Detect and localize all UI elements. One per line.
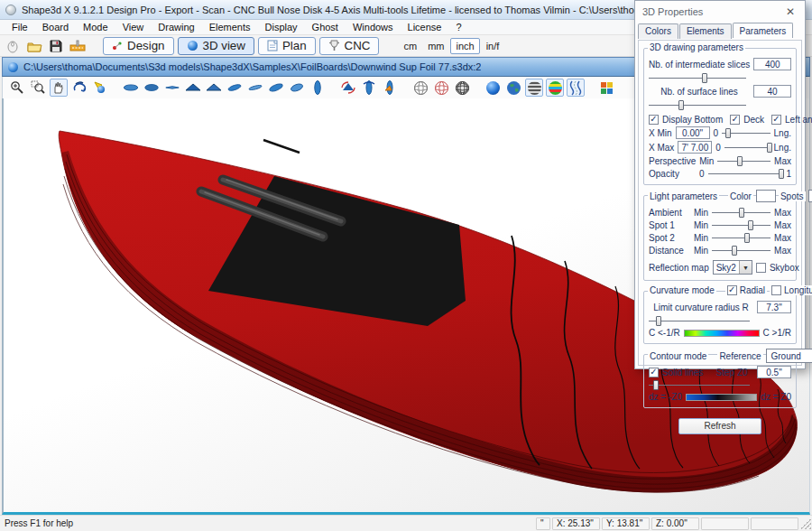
xmin-label: X Min <box>649 128 672 138</box>
menu-windows[interactable]: Windows <box>346 21 400 33</box>
solid-sphere-icon[interactable] <box>484 79 502 97</box>
tab-colors[interactable]: Colors <box>638 23 678 39</box>
perspective-slider[interactable] <box>717 155 770 166</box>
resize-grip[interactable] <box>800 518 811 529</box>
menu-drawing[interactable]: Drawing <box>152 21 200 33</box>
step-z0-slider[interactable] <box>649 379 750 390</box>
xmin-value[interactable]: 0.00" <box>676 126 710 139</box>
limit-radius-value[interactable]: 7.3" <box>757 301 791 313</box>
rotate-3d-icon[interactable] <box>70 79 88 97</box>
opacity-min-label: 0 <box>699 169 705 179</box>
rainbow-sphere-icon[interactable] <box>546 79 564 97</box>
spin-orange-icon[interactable] <box>381 79 399 97</box>
radial-checkbox[interactable] <box>727 285 737 295</box>
left-right-checkbox[interactable] <box>771 115 781 125</box>
unit-inf[interactable]: in/f <box>482 39 504 53</box>
xmin-slider[interactable] <box>722 127 770 138</box>
spin-vertical-icon[interactable] <box>360 79 378 97</box>
status-x: X: 25.13" <box>552 517 600 530</box>
design-button-label: Design <box>127 39 165 52</box>
menu-mode[interactable]: Mode <box>77 21 115 33</box>
view-bottom-icon[interactable] <box>143 79 161 97</box>
view-front-icon[interactable] <box>184 79 202 97</box>
light-spots-label: Spots <box>779 191 806 201</box>
view-back-icon[interactable] <box>205 79 223 97</box>
light-color-swatch[interactable] <box>756 190 776 202</box>
step-z0-value[interactable]: 0.5" <box>757 366 791 378</box>
unit-inch[interactable]: inch <box>450 38 479 54</box>
skybox-label: Skybox <box>770 263 799 273</box>
zoom-in-icon[interactable] <box>8 79 26 97</box>
open-folder-icon[interactable] <box>25 38 43 54</box>
panel-titlebar[interactable]: 3D Properties ✕ <box>635 1 805 23</box>
view3d-button[interactable]: 3D view <box>178 37 254 55</box>
machine-icon[interactable] <box>69 38 87 54</box>
mouse-tool-icon[interactable] <box>4 38 22 54</box>
refresh-button[interactable]: Refresh <box>678 418 761 434</box>
design-button[interactable]: Design <box>103 37 174 55</box>
view-perspective2-icon[interactable] <box>246 79 264 97</box>
panel-tabs: Colors Elements Parameters <box>635 23 805 38</box>
view-end-icon[interactable] <box>309 79 327 97</box>
menu-file[interactable]: File <box>5 21 34 33</box>
view-profile-icon[interactable] <box>163 79 181 97</box>
ambient-slider[interactable] <box>712 207 770 218</box>
striped-sphere-icon[interactable] <box>525 79 543 97</box>
view-perspective3-icon[interactable] <box>267 79 285 97</box>
longitudinal-checkbox[interactable] <box>771 285 781 295</box>
panel-title: 3D Properties <box>642 6 703 17</box>
menu-license[interactable]: License <box>401 21 448 33</box>
light-position-icon[interactable] <box>91 79 109 97</box>
opacity-slider[interactable] <box>708 168 783 179</box>
xmax-slider[interactable] <box>724 142 770 153</box>
surface-lines-value[interactable]: 40 <box>753 85 791 98</box>
menu-board[interactable]: Board <box>36 21 75 33</box>
color-tiles-icon[interactable] <box>597 79 615 97</box>
slices-slider[interactable] <box>649 72 746 83</box>
wireframe-sphere-icon[interactable] <box>411 79 429 97</box>
reflection-map-dropdown[interactable]: Sky2 ▼ <box>713 260 752 275</box>
view-perspective4-icon[interactable] <box>288 79 306 97</box>
menu-ghost[interactable]: Ghost <box>306 21 345 33</box>
ambient-min-label: Min <box>694 208 708 218</box>
rotate-view-icon[interactable] <box>339 79 357 97</box>
earth-sphere-icon[interactable] <box>504 79 522 97</box>
xmax-value[interactable]: 7' 7.00 <box>678 141 712 154</box>
parameters-page: 3D drawing parameters Nb. of intermediat… <box>638 40 802 366</box>
save-icon[interactable] <box>47 38 65 54</box>
reference-dropdown[interactable]: Ground ▼ <box>766 349 812 363</box>
menu-help[interactable]: ? <box>449 21 467 33</box>
plan-button[interactable]: Plan <box>258 37 316 55</box>
solid-lines-checkbox[interactable] <box>649 368 659 377</box>
slices-icon[interactable] <box>567 79 585 97</box>
limit-radius-slider[interactable] <box>649 315 750 326</box>
cnc-button[interactable]: CNC <box>319 37 380 55</box>
display-bottom-checkbox[interactable] <box>649 115 659 125</box>
light-spots-swatch[interactable] <box>808 190 812 202</box>
tab-elements[interactable]: Elements <box>679 23 732 39</box>
menu-display[interactable]: Display <box>259 21 304 33</box>
mesh-sphere-icon[interactable] <box>453 79 471 97</box>
spot1-slider[interactable] <box>712 219 770 230</box>
distance-min-label: Min <box>694 246 708 256</box>
deck-checkbox[interactable] <box>730 115 740 125</box>
menu-view[interactable]: View <box>116 21 151 33</box>
surface-lines-slider[interactable] <box>649 99 746 110</box>
view-top-icon[interactable] <box>122 79 140 97</box>
unit-cm[interactable]: cm <box>399 39 421 53</box>
menu-elements[interactable]: Elements <box>203 21 257 33</box>
status-empty-1 <box>701 517 749 530</box>
spot2-slider[interactable] <box>712 232 770 243</box>
view-perspective1-icon[interactable] <box>226 79 244 97</box>
pan-hand-icon[interactable] <box>50 79 68 97</box>
skybox-checkbox[interactable] <box>756 263 766 273</box>
close-icon[interactable]: ✕ <box>783 5 798 18</box>
distance-slider[interactable] <box>712 245 770 256</box>
slices-value[interactable]: 400 <box>753 58 791 70</box>
wireframe-red-sphere-icon[interactable] <box>432 79 450 97</box>
zoom-window-icon[interactable] <box>29 79 47 97</box>
status-help: Press F1 for help <box>0 518 536 528</box>
spot1-label: Spot 1 <box>649 220 690 230</box>
unit-mm[interactable]: mm <box>423 39 448 53</box>
tab-parameters[interactable]: Parameters <box>733 23 794 38</box>
